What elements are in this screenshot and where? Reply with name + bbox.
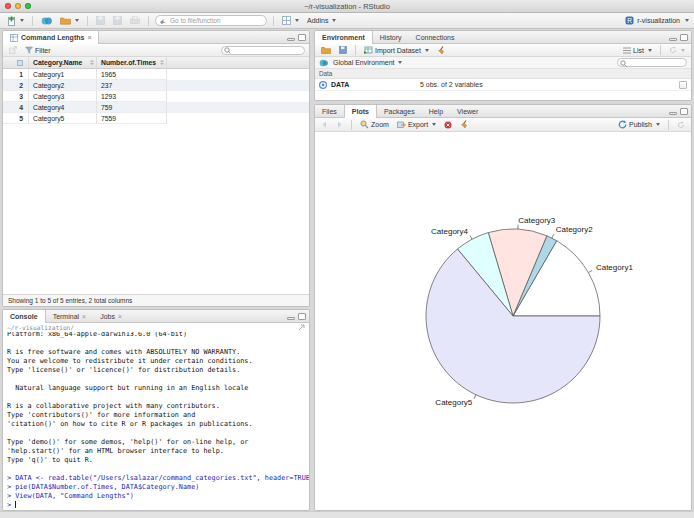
tab-plots-packages[interactable]: Packages (377, 105, 422, 117)
publish-button[interactable]: Publish (616, 119, 662, 130)
popout-icon[interactable] (298, 324, 305, 331)
pane-window-controls (669, 108, 688, 115)
zoom-window-button[interactable] (25, 3, 31, 9)
environment-scope-button[interactable]: Global Environment (331, 58, 404, 67)
console-line: Platform: x86_64-apple-darwin13.6.0 (64-… (7, 332, 309, 339)
project-menu-button[interactable]: R r-visualization (625, 16, 689, 25)
export-icon (397, 121, 406, 129)
tab-label: Plots (352, 108, 369, 115)
tab-console-terminal[interactable]: Terminal× (46, 310, 94, 322)
console-line (7, 339, 309, 348)
console-line: > pie(DATA$Number.of.Times, DATA$Categor… (7, 483, 309, 492)
column-header-2[interactable]: Number.of.Times (97, 57, 167, 68)
section-label: Data (319, 70, 332, 77)
zoom-plot-button[interactable]: Zoom (358, 119, 391, 130)
chevron-down-icon (295, 19, 299, 22)
list-view-button[interactable]: List (621, 46, 654, 55)
minimize-pane-button[interactable] (669, 112, 677, 115)
environment-scope-row: Global Environment (315, 57, 691, 69)
open-file-button[interactable] (58, 15, 81, 26)
goto-file-input[interactable] (155, 15, 267, 26)
maximize-pane-button[interactable] (298, 313, 306, 320)
refresh-icon (669, 46, 677, 54)
toolbar-divider (32, 16, 33, 26)
data-frame-icon (319, 81, 327, 89)
tab-plots-help[interactable]: Help (422, 105, 450, 117)
tab-plots-plots[interactable]: Plots (344, 105, 377, 118)
console-line: R is a collaborative project with many c… (7, 402, 309, 411)
remove-plot-button[interactable] (442, 120, 454, 130)
table-corner-cell[interactable] (3, 57, 29, 68)
maximize-pane-button[interactable] (680, 34, 688, 41)
close-icon[interactable]: × (118, 313, 122, 320)
tab-console-jobs[interactable]: Jobs× (93, 310, 129, 322)
close-icon[interactable]: × (87, 34, 91, 41)
maximize-pane-button[interactable] (298, 34, 306, 41)
minimize-pane-button[interactable] (287, 317, 295, 320)
viewer-search-input[interactable] (221, 46, 305, 55)
save-all-button[interactable] (111, 15, 124, 26)
table-row[interactable]: 4Category4759 (3, 102, 309, 113)
sort-icon[interactable] (160, 60, 164, 65)
console-line (7, 465, 309, 474)
table-row[interactable]: 1Category11965 (3, 69, 309, 80)
environment-object-row[interactable]: DATA5 obs. of 2 variables (315, 79, 691, 91)
close-icon[interactable]: × (82, 313, 86, 320)
table-row[interactable]: 3Category31293 (3, 91, 309, 102)
minimize-pane-button[interactable] (669, 38, 677, 41)
load-workspace-button[interactable] (319, 45, 333, 55)
category-name-cell: Category5 (29, 113, 97, 124)
save-workspace-button[interactable] (337, 45, 349, 55)
console-line: R is free software and comes with ABSOLU… (7, 348, 309, 357)
grid-view-icon[interactable] (679, 81, 687, 89)
clear-plots-button[interactable] (458, 119, 471, 130)
tab-env-environment[interactable]: Environment (315, 31, 373, 44)
table-row[interactable]: 5Category57559 (3, 113, 309, 124)
tab-env-history[interactable]: History (373, 31, 409, 43)
minimize-pane-button[interactable] (287, 38, 295, 41)
filter-button[interactable]: Filter (23, 45, 53, 55)
console-line: 'help.start()' for an HTML browser inter… (7, 447, 309, 456)
close-window-button[interactable] (5, 3, 11, 9)
export-plot-button[interactable]: Export (395, 120, 438, 130)
chevron-down-icon (75, 19, 79, 22)
category-name-cell: Category1 (29, 69, 97, 80)
tab-console-console[interactable]: Console (3, 310, 46, 323)
viewer-tabbar: Command Lengths × (3, 31, 309, 44)
previous-plot-button[interactable] (319, 120, 330, 129)
open-folder-icon (321, 46, 331, 54)
tab-plots-viewer[interactable]: Viewer (450, 105, 485, 117)
save-button[interactable] (94, 15, 107, 26)
environment-search-input[interactable] (617, 58, 687, 67)
tab-plots-files[interactable]: Files (315, 105, 344, 117)
refresh-plot-button[interactable] (675, 120, 687, 130)
print-button[interactable] (128, 15, 142, 26)
new-file-button[interactable] (5, 15, 26, 27)
chevron-down-icon (685, 19, 689, 22)
pie-label-tick (474, 395, 476, 399)
maximize-pane-button[interactable] (680, 108, 688, 115)
import-dataset-icon (364, 46, 373, 54)
minimize-window-button[interactable] (15, 3, 21, 9)
console-output[interactable]: Platform: x86_64-apple-darwin13.6.0 (64-… (3, 332, 309, 510)
save-all-icon (113, 16, 122, 25)
addins-button[interactable]: Addins (305, 16, 338, 25)
sort-icon[interactable] (90, 60, 94, 65)
popout-button[interactable] (7, 45, 19, 55)
data-viewer-pane: Command Lengths × Filter Category.NameNu… (2, 30, 310, 307)
refresh-button[interactable] (667, 45, 687, 55)
table-row[interactable]: 2Category2237 (3, 80, 309, 91)
new-project-button[interactable] (39, 15, 54, 27)
console-line: Type 'license()' or 'licence()' for dist… (7, 366, 309, 375)
row-number-cell: 3 (3, 91, 29, 102)
console-line: Type 'contributors()' for more informati… (7, 411, 309, 420)
column-header-1[interactable]: Category.Name (29, 57, 97, 68)
viewer-search-wrap (221, 46, 305, 55)
tab-command-lengths[interactable]: Command Lengths × (3, 31, 99, 44)
next-plot-button[interactable] (334, 120, 345, 129)
tab-env-connections[interactable]: Connections (409, 31, 462, 43)
clear-objects-button[interactable] (435, 45, 448, 56)
import-dataset-button[interactable]: Import Dataset (362, 45, 431, 55)
table-status-text: Showing 1 to 5 of 5 entries, 2 total col… (8, 297, 132, 304)
pane-layout-button[interactable] (280, 15, 301, 26)
